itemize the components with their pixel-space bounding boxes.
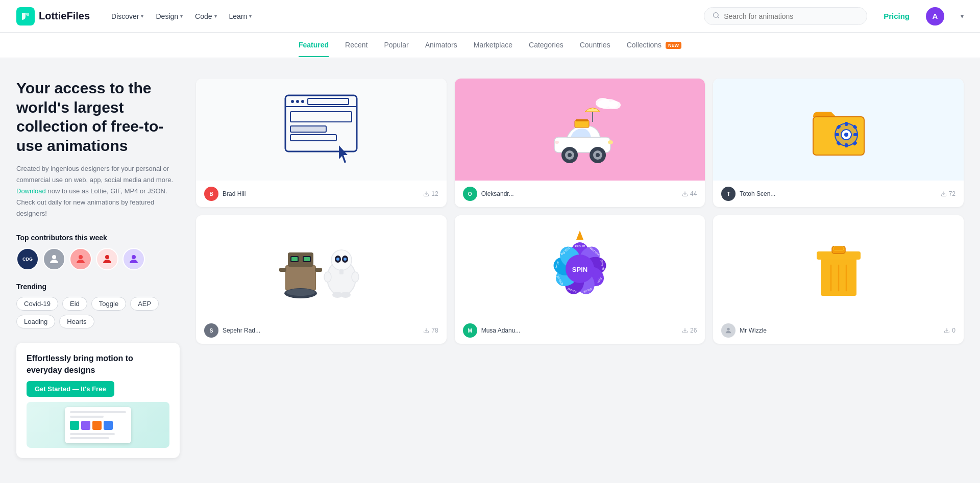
- avatars-row: CDG: [16, 248, 180, 270]
- subnav-categories[interactable]: Categories: [529, 34, 564, 57]
- animation-card-4[interactable]: S Sepehr Rad... 78: [196, 215, 447, 344]
- animation-footer-6: Mr Wizzle 0: [713, 317, 964, 344]
- tag-eid[interactable]: Eid: [62, 297, 87, 311]
- animation-preview-1: [196, 79, 447, 181]
- svg-point-8: [301, 100, 304, 103]
- subnav-recent[interactable]: Recent: [345, 34, 368, 57]
- svg-point-56: [286, 289, 315, 296]
- animation-preview-6: [713, 215, 964, 317]
- pricing-link[interactable]: Pricing: [884, 12, 910, 20]
- tag-loading[interactable]: Loading: [16, 315, 55, 328]
- svg-point-66: [324, 272, 331, 282]
- svg-point-31: [555, 141, 559, 144]
- author-area-3: T Totoh Scen...: [721, 187, 775, 201]
- collections-new-badge: NEW: [666, 42, 681, 49]
- promo-cta-button[interactable]: Get Started — It's Free: [27, 381, 114, 397]
- user-avatar[interactable]: A: [926, 7, 944, 26]
- subnav-animators[interactable]: Animators: [425, 34, 457, 57]
- animation-card-6[interactable]: Mr Wizzle 0: [713, 215, 964, 344]
- animation-preview-4: [196, 215, 447, 317]
- subnav-countries[interactable]: Countries: [580, 34, 610, 57]
- author-name-6: Mr Wizzle: [740, 327, 767, 334]
- svg-rect-40: [853, 133, 857, 136]
- search-bar[interactable]: [704, 7, 867, 25]
- svg-rect-57: [279, 268, 286, 272]
- animation-preview-3: [713, 79, 964, 181]
- tag-covid19[interactable]: Covid-19: [16, 297, 58, 311]
- svg-point-0: [714, 13, 718, 17]
- svg-rect-54: [304, 257, 310, 261]
- subnav-popular[interactable]: Popular: [384, 34, 408, 57]
- learn-chevron-icon: ▾: [249, 13, 252, 19]
- author-name-2: Oleksandr...: [481, 190, 514, 197]
- nav-design[interactable]: Design ▾: [151, 9, 188, 23]
- author-area-2: O Oleksandr...: [463, 187, 514, 201]
- animation-footer-2: O Oleksandr... 44: [455, 181, 705, 207]
- logo[interactable]: LottieFiles: [16, 7, 90, 26]
- animation-card-2[interactable]: O Oleksandr... 44: [455, 79, 705, 207]
- svg-rect-28: [576, 119, 588, 121]
- author-avatar-5: M: [463, 323, 477, 338]
- nav-learn[interactable]: Learn ▾: [224, 9, 257, 23]
- svg-rect-58: [315, 268, 322, 272]
- logo-icon: [16, 7, 35, 26]
- author-name-3: Totoh Scen...: [740, 190, 775, 197]
- left-panel: Your access to the world's largest colle…: [16, 79, 180, 458]
- svg-point-64: [344, 258, 347, 261]
- animation-card-1[interactable]: B Brad Hill 12: [196, 79, 447, 207]
- discover-chevron-icon: ▾: [141, 13, 143, 19]
- contributors-section: Top contributors this week CDG: [16, 234, 180, 270]
- hero-title: Your access to the world's largest colle…: [16, 79, 180, 155]
- svg-rect-65: [339, 269, 344, 274]
- svg-rect-38: [845, 143, 848, 147]
- svg-rect-5: [285, 95, 357, 151]
- sub-nav: Featured Recent Popular Animators Market…: [0, 33, 980, 58]
- download-link[interactable]: Download: [16, 187, 46, 195]
- svg-point-23: [568, 153, 572, 157]
- contributor-avatar-2[interactable]: [43, 248, 65, 270]
- svg-point-7: [296, 100, 299, 103]
- design-chevron-icon: ▾: [180, 13, 183, 19]
- tag-toggle[interactable]: Toggle: [91, 297, 126, 311]
- svg-rect-27: [575, 120, 589, 128]
- subnav-collections[interactable]: Collections NEW: [627, 34, 681, 57]
- tag-hearts[interactable]: Hearts: [59, 315, 94, 328]
- svg-text:SPIN: SPIN: [572, 266, 587, 273]
- contributor-avatar-5[interactable]: [122, 248, 145, 270]
- contributor-avatar-1[interactable]: CDG: [16, 248, 39, 270]
- promo-card: Effortlessly bring motion to everyday de…: [16, 343, 180, 458]
- svg-point-26: [596, 153, 600, 157]
- subnav-marketplace[interactable]: Marketplace: [474, 34, 512, 57]
- author-area-6: Mr Wizzle: [721, 323, 767, 338]
- promo-title: Effortlessly bring motion to everyday de…: [27, 353, 169, 376]
- author-avatar-1: B: [204, 187, 218, 201]
- user-chevron-icon[interactable]: ▾: [961, 13, 964, 20]
- nav-discover[interactable]: Discover ▾: [106, 9, 149, 23]
- tags-row: Covid-19 Eid Toggle AEP Loading Hearts: [16, 297, 180, 328]
- author-name-5: Musa Adanu...: [481, 327, 521, 334]
- contributor-avatar-3[interactable]: [69, 248, 92, 270]
- subnav-featured[interactable]: Featured: [299, 34, 329, 57]
- author-area-1: B Brad Hill: [204, 187, 246, 201]
- animation-card-5[interactable]: SPIN 15% off Next time 50% off Spin 5% o…: [455, 215, 705, 344]
- contributor-avatar-4[interactable]: [96, 248, 118, 270]
- animation-footer-1: B Brad Hill 12: [196, 181, 447, 207]
- promo-mockup: [27, 402, 169, 448]
- contributors-label: Top contributors this week: [16, 234, 180, 242]
- search-input[interactable]: [724, 12, 859, 20]
- svg-text:15% off: 15% off: [575, 244, 585, 247]
- trending-section: Trending Covid-19 Eid Toggle AEP Loading…: [16, 283, 180, 328]
- svg-point-69: [340, 292, 351, 298]
- svg-marker-71: [576, 231, 583, 240]
- svg-rect-14: [290, 135, 336, 141]
- animation-card-3[interactable]: T Totoh Scen... 72: [713, 79, 964, 207]
- svg-rect-39: [835, 133, 839, 136]
- nav-code[interactable]: Code ▾: [190, 9, 222, 23]
- download-count-5: 26: [682, 327, 697, 334]
- svg-rect-52: [291, 257, 298, 261]
- svg-rect-12: [290, 126, 326, 132]
- tag-aep[interactable]: AEP: [130, 297, 159, 311]
- svg-point-62: [336, 258, 339, 261]
- svg-point-2: [79, 255, 83, 259]
- author-avatar-3: T: [721, 187, 736, 201]
